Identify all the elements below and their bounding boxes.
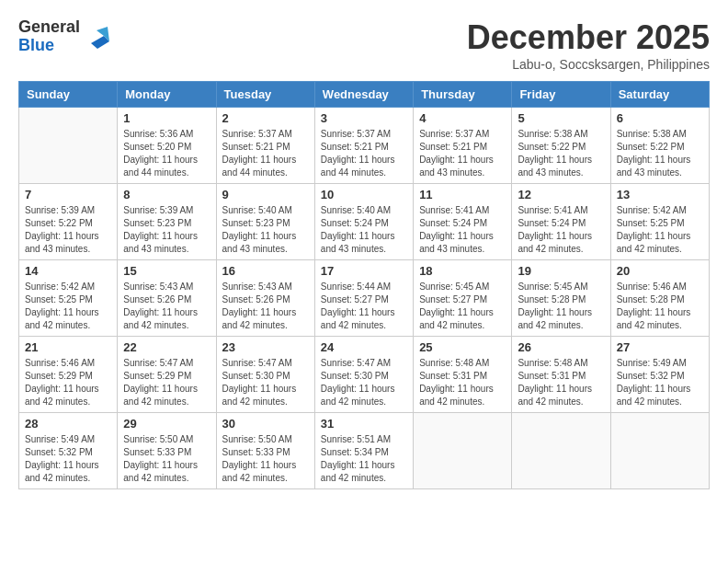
day-info: Sunrise: 5:37 AM Sunset: 5:21 PM Dayligh… (222, 128, 309, 179)
calendar-cell: 18Sunrise: 5:45 AM Sunset: 5:27 PM Dayli… (414, 260, 512, 337)
day-info: Sunrise: 5:36 AM Sunset: 5:20 PM Dayligh… (123, 128, 210, 179)
day-number: 6 (617, 111, 703, 125)
calendar-cell: 20Sunrise: 5:46 AM Sunset: 5:28 PM Dayli… (610, 260, 709, 337)
day-number: 3 (321, 111, 407, 125)
day-of-week-header: Friday (512, 82, 610, 108)
logo: General Blue (18, 18, 111, 55)
calendar-cell: 22Sunrise: 5:47 AM Sunset: 5:29 PM Dayli… (118, 337, 216, 413)
day-number: 10 (321, 188, 407, 201)
day-info: Sunrise: 5:47 AM Sunset: 5:30 PM Dayligh… (321, 357, 407, 408)
day-number: 24 (321, 340, 407, 354)
day-info: Sunrise: 5:50 AM Sunset: 5:33 PM Dayligh… (222, 433, 309, 485)
logo-icon (84, 23, 111, 51)
calendar-cell: 2Sunrise: 5:37 AM Sunset: 5:21 PM Daylig… (216, 108, 314, 184)
day-info: Sunrise: 5:40 AM Sunset: 5:23 PM Dayligh… (222, 204, 309, 256)
page-header: General Blue December 2025 Labu-o, Soccs… (18, 18, 710, 72)
calendar-cell (512, 413, 610, 489)
day-of-week-header: Thursday (414, 82, 512, 108)
day-info: Sunrise: 5:48 AM Sunset: 5:31 PM Dayligh… (518, 357, 604, 408)
calendar-table: SundayMondayTuesdayWednesdayThursdayFrid… (18, 81, 710, 489)
calendar-cell (19, 108, 118, 184)
location: Labu-o, Soccsksargen, Philippines (467, 57, 710, 72)
day-info: Sunrise: 5:41 AM Sunset: 5:24 PM Dayligh… (419, 204, 506, 256)
day-number: 28 (25, 417, 111, 431)
calendar-cell: 24Sunrise: 5:47 AM Sunset: 5:30 PM Dayli… (314, 337, 413, 413)
day-of-week-header: Saturday (610, 82, 709, 108)
day-info: Sunrise: 5:49 AM Sunset: 5:32 PM Dayligh… (617, 357, 703, 408)
calendar-cell: 31Sunrise: 5:51 AM Sunset: 5:34 PM Dayli… (314, 413, 413, 489)
calendar-cell: 15Sunrise: 5:43 AM Sunset: 5:26 PM Dayli… (118, 260, 216, 337)
calendar-week-row: 28Sunrise: 5:49 AM Sunset: 5:32 PM Dayli… (19, 413, 710, 489)
day-number: 13 (617, 188, 703, 201)
day-number: 15 (123, 264, 210, 278)
day-info: Sunrise: 5:40 AM Sunset: 5:24 PM Dayligh… (321, 204, 407, 256)
day-number: 31 (321, 417, 407, 431)
calendar-cell: 6Sunrise: 5:38 AM Sunset: 5:22 PM Daylig… (610, 108, 709, 184)
calendar-cell: 30Sunrise: 5:50 AM Sunset: 5:33 PM Dayli… (216, 413, 314, 489)
day-info: Sunrise: 5:47 AM Sunset: 5:30 PM Dayligh… (222, 357, 309, 408)
day-info: Sunrise: 5:51 AM Sunset: 5:34 PM Dayligh… (321, 433, 407, 485)
calendar-cell: 1Sunrise: 5:36 AM Sunset: 5:20 PM Daylig… (118, 108, 216, 184)
day-info: Sunrise: 5:43 AM Sunset: 5:26 PM Dayligh… (222, 281, 309, 332)
day-of-week-header: Wednesday (314, 82, 413, 108)
day-info: Sunrise: 5:48 AM Sunset: 5:31 PM Dayligh… (419, 357, 506, 408)
day-number: 25 (419, 340, 506, 354)
calendar-cell: 12Sunrise: 5:41 AM Sunset: 5:24 PM Dayli… (512, 184, 610, 260)
day-number: 14 (25, 264, 111, 278)
calendar-cell (414, 413, 512, 489)
day-number: 27 (617, 340, 703, 354)
calendar-cell: 26Sunrise: 5:48 AM Sunset: 5:31 PM Dayli… (512, 337, 610, 413)
calendar-week-row: 21Sunrise: 5:46 AM Sunset: 5:29 PM Dayli… (19, 337, 710, 413)
calendar-cell: 16Sunrise: 5:43 AM Sunset: 5:26 PM Dayli… (216, 260, 314, 337)
calendar-cell: 19Sunrise: 5:45 AM Sunset: 5:28 PM Dayli… (512, 260, 610, 337)
day-info: Sunrise: 5:50 AM Sunset: 5:33 PM Dayligh… (123, 433, 210, 485)
day-number: 11 (419, 188, 506, 201)
calendar-cell (610, 413, 709, 489)
calendar-cell: 8Sunrise: 5:39 AM Sunset: 5:23 PM Daylig… (118, 184, 216, 260)
day-number: 8 (123, 188, 210, 201)
day-info: Sunrise: 5:38 AM Sunset: 5:22 PM Dayligh… (617, 128, 703, 179)
calendar-cell: 23Sunrise: 5:47 AM Sunset: 5:30 PM Dayli… (216, 337, 314, 413)
calendar-cell: 10Sunrise: 5:40 AM Sunset: 5:24 PM Dayli… (314, 184, 413, 260)
day-number: 30 (222, 417, 309, 431)
calendar-week-row: 7Sunrise: 5:39 AM Sunset: 5:22 PM Daylig… (19, 184, 710, 260)
logo-blue: Blue (18, 36, 54, 54)
calendar-week-row: 14Sunrise: 5:42 AM Sunset: 5:25 PM Dayli… (19, 260, 710, 337)
day-number: 21 (25, 340, 111, 354)
day-number: 4 (419, 111, 506, 125)
day-info: Sunrise: 5:46 AM Sunset: 5:28 PM Dayligh… (617, 281, 703, 332)
day-info: Sunrise: 5:42 AM Sunset: 5:25 PM Dayligh… (25, 281, 111, 332)
day-number: 19 (518, 264, 604, 278)
calendar-cell: 5Sunrise: 5:38 AM Sunset: 5:22 PM Daylig… (512, 108, 610, 184)
day-number: 5 (518, 111, 604, 125)
calendar-cell: 28Sunrise: 5:49 AM Sunset: 5:32 PM Dayli… (19, 413, 118, 489)
day-of-week-header: Monday (118, 82, 216, 108)
day-info: Sunrise: 5:38 AM Sunset: 5:22 PM Dayligh… (518, 128, 604, 179)
day-info: Sunrise: 5:44 AM Sunset: 5:27 PM Dayligh… (321, 281, 407, 332)
calendar-week-row: 1Sunrise: 5:36 AM Sunset: 5:20 PM Daylig… (19, 108, 710, 184)
calendar-cell: 21Sunrise: 5:46 AM Sunset: 5:29 PM Dayli… (19, 337, 118, 413)
calendar-cell: 4Sunrise: 5:37 AM Sunset: 5:21 PM Daylig… (414, 108, 512, 184)
day-info: Sunrise: 5:46 AM Sunset: 5:29 PM Dayligh… (25, 357, 111, 408)
day-info: Sunrise: 5:39 AM Sunset: 5:22 PM Dayligh… (25, 204, 111, 256)
day-info: Sunrise: 5:37 AM Sunset: 5:21 PM Dayligh… (419, 128, 506, 179)
day-of-week-header: Tuesday (216, 82, 314, 108)
calendar-cell: 17Sunrise: 5:44 AM Sunset: 5:27 PM Dayli… (314, 260, 413, 337)
day-number: 18 (419, 264, 506, 278)
day-info: Sunrise: 5:41 AM Sunset: 5:24 PM Dayligh… (518, 204, 604, 256)
day-info: Sunrise: 5:45 AM Sunset: 5:28 PM Dayligh… (518, 281, 604, 332)
day-info: Sunrise: 5:43 AM Sunset: 5:26 PM Dayligh… (123, 281, 210, 332)
day-number: 17 (321, 264, 407, 278)
day-info: Sunrise: 5:47 AM Sunset: 5:29 PM Dayligh… (123, 357, 210, 408)
title-area: December 2025 Labu-o, Soccsksargen, Phil… (467, 18, 710, 72)
month-title: December 2025 (467, 18, 710, 57)
day-of-week-header: Sunday (19, 82, 118, 108)
calendar-cell: 14Sunrise: 5:42 AM Sunset: 5:25 PM Dayli… (19, 260, 118, 337)
calendar-cell: 9Sunrise: 5:40 AM Sunset: 5:23 PM Daylig… (216, 184, 314, 260)
day-info: Sunrise: 5:45 AM Sunset: 5:27 PM Dayligh… (419, 281, 506, 332)
day-number: 9 (222, 188, 309, 201)
logo-general: General (18, 17, 80, 36)
day-number: 26 (518, 340, 604, 354)
day-number: 22 (123, 340, 210, 354)
day-number: 1 (123, 111, 210, 125)
